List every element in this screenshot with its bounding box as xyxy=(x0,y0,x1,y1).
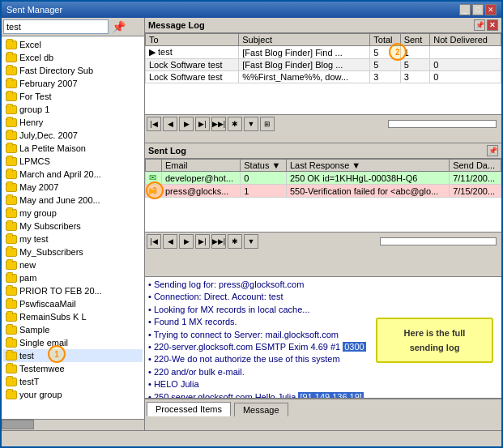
tree-item-new[interactable]: new xyxy=(3,258,143,271)
sent-filter-button[interactable]: ▼ xyxy=(244,234,258,249)
col-header-subject[interactable]: Subject xyxy=(239,34,370,46)
folder-icon xyxy=(5,91,18,102)
sent-last-button[interactable]: ▶▶| xyxy=(211,234,226,249)
tree-item-pam[interactable]: pam xyxy=(3,271,143,284)
tree-item-marchapr[interactable]: March and April 20... xyxy=(3,168,143,181)
pin-icon[interactable]: 📌 xyxy=(112,20,126,33)
tree-item-lapetite[interactable]: La Petite Maison xyxy=(3,142,143,155)
play-button[interactable]: ▶ xyxy=(179,117,194,131)
tree-item-remain[interactable]: RemainSubs K L xyxy=(3,310,143,323)
sent-log-table: Email Status ▼ Last Response ▼ Send Da..… xyxy=(145,159,501,198)
tree-item-group1[interactable]: group 1 xyxy=(3,103,143,116)
close-button[interactable]: ✕ xyxy=(485,4,497,15)
next-button[interactable]: ▶| xyxy=(195,117,210,131)
msg-to-3: Lock Software test xyxy=(146,71,239,83)
tree-item-yourgroup[interactable]: your group xyxy=(3,388,143,401)
message-log-toolbar: |◀ ◀ ▶ ▶| ▶▶| ✱ ▼ ⊞ xyxy=(145,114,501,133)
msg-total-3: 3 xyxy=(370,71,400,83)
folder-icon xyxy=(5,207,18,219)
msg-sent-2: 5 xyxy=(400,59,430,71)
message-log-close-button[interactable]: ✕ xyxy=(487,19,498,31)
sidebar-tree[interactable]: Excel Excel db Fast Directory Sub Februa… xyxy=(2,36,144,419)
star-button[interactable]: ✱ xyxy=(228,117,242,131)
message-log-table-container[interactable]: To Subject Total Sent Not Delivered ▶ te… xyxy=(145,33,501,114)
tree-item-julydec[interactable]: July,Dec. 2007 xyxy=(3,129,143,142)
tree-item-fortest[interactable]: For Test xyxy=(3,90,143,103)
sent-star-button[interactable]: ✱ xyxy=(228,234,242,249)
last-button[interactable]: ▶▶| xyxy=(211,117,226,131)
msg-to-1: ▶ test xyxy=(146,46,239,59)
sent-col-email2[interactable]: Email xyxy=(162,160,241,172)
sidebar-scrollbar[interactable] xyxy=(2,419,144,430)
tree-item-mytest[interactable]: my test xyxy=(3,233,143,245)
sent-log-table-container[interactable]: Email Status ▼ Last Response ▼ Send Da..… xyxy=(145,159,501,232)
tree-item-testt[interactable]: testT xyxy=(3,375,143,388)
sent-log-row-1[interactable]: ✉ developer@hot... 0 250 OK id=1KHHgL-00… xyxy=(146,172,501,185)
tree-item-lpmcs[interactable]: LPMCS xyxy=(3,155,143,168)
tree-item-singleemail[interactable]: Single email xyxy=(3,336,143,349)
msg-subject-1: [Fast Blog Finder] Find ... xyxy=(239,46,370,59)
col-header-sent[interactable]: Sent xyxy=(400,34,430,46)
tree-item-test[interactable]: test 1 xyxy=(3,349,143,362)
sent-prev-button[interactable]: ◀ xyxy=(163,234,177,249)
tree-item-sample[interactable]: Sample xyxy=(3,323,143,336)
status-bar xyxy=(2,430,501,446)
tree-item-mygroup[interactable]: my group xyxy=(3,207,143,220)
tree-item-feb2007[interactable]: February 2007 xyxy=(3,77,143,90)
title-bar-text: Sent Manager xyxy=(6,5,62,15)
tree-item-mayjune[interactable]: May and June 200... xyxy=(3,194,143,207)
tab-message[interactable]: Message xyxy=(234,403,288,416)
tree-item-henry[interactable]: Henry xyxy=(3,116,143,129)
folder-icon xyxy=(5,259,18,271)
sent-h-scrollbar[interactable] xyxy=(380,237,497,245)
log-line-2: • Connection: Direct. Account: test xyxy=(148,291,498,303)
search-input[interactable] xyxy=(3,19,109,34)
minimize-button[interactable]: _ xyxy=(459,4,471,15)
folder-icon xyxy=(5,65,18,76)
message-log-row-3[interactable]: Lock Software test %%First_Name%%, dow..… xyxy=(146,71,501,83)
col-header-notdelivered[interactable]: Not Delivered xyxy=(430,34,501,46)
sent-play-button[interactable]: ▶ xyxy=(179,234,194,249)
tree-item-priorfeb[interactable]: PRIOR TO FEB 20... xyxy=(3,284,143,297)
tree-item-my-subscribers2[interactable]: My_Subscribers xyxy=(3,245,143,258)
sent-log-toolbar: |◀ ◀ ▶ ▶| ▶▶| ✱ ▼ xyxy=(145,232,501,250)
h-scrollbar[interactable] xyxy=(388,120,497,128)
tree-item-fastdir[interactable]: Fast Directory Sub xyxy=(3,64,143,77)
right-panel: Message Log 📌 ✕ To Subject Total xyxy=(145,18,501,430)
sent-next-button[interactable]: ▶| xyxy=(195,234,210,249)
tree-item-testemwee[interactable]: Testemwee xyxy=(3,362,143,375)
sidebar: 📌 Excel Excel db Fast Directory Sub xyxy=(2,18,145,430)
sent-col-email[interactable] xyxy=(146,160,162,172)
sent-log-pin-button[interactable]: 📌 xyxy=(487,145,498,156)
sent-col-senddate[interactable]: Send Da... xyxy=(450,160,501,172)
maximize-button[interactable]: □ xyxy=(472,4,484,15)
title-bar: Sent Manager _ □ ✕ xyxy=(2,2,501,18)
sent-first-button[interactable]: |◀ xyxy=(147,234,161,249)
sent-status-1: 0 xyxy=(241,172,287,185)
callout-box: Here is the full sending log xyxy=(376,318,493,363)
main-window: Sent Manager _ □ ✕ 📌 Excel Excel db xyxy=(0,0,503,448)
message-log-pin-button[interactable]: 📌 xyxy=(474,19,485,31)
log-line-1: • Sending log for: press@glocksoft.com xyxy=(148,279,498,291)
tree-item-mysubs[interactable]: My Subscribers xyxy=(3,220,143,233)
sent-col-lastresponse[interactable]: Last Response ▼ xyxy=(286,160,449,172)
message-log-row-1[interactable]: ▶ test [Fast Blog Finder] Find ... 5 2 1 xyxy=(146,46,501,59)
folder-icon xyxy=(5,117,18,128)
filter-button[interactable]: ▼ xyxy=(244,117,258,131)
tree-item-may2007[interactable]: May 2007 xyxy=(3,181,143,194)
message-log-row-2[interactable]: Lock Software test [Fast Blog Finder] Bl… xyxy=(146,59,501,71)
col-header-to[interactable]: To xyxy=(146,34,239,46)
tree-item-pswf[interactable]: PswfiscaaMail xyxy=(3,297,143,310)
tab-processed-items[interactable]: Processed Items xyxy=(147,402,231,416)
grid-button[interactable]: ⊞ xyxy=(260,117,275,131)
sent-log-row-2[interactable]: ▶ 3 press@glocks... 1 550-Verification f… xyxy=(146,185,501,198)
sent-date-2: 7/15/200... xyxy=(450,185,501,198)
tree-item-exceldb[interactable]: Excel db xyxy=(3,51,143,64)
tree-item-excel[interactable]: Excel xyxy=(3,38,143,51)
folder-icon xyxy=(5,52,18,63)
prev-button[interactable]: ◀ xyxy=(163,117,177,131)
folder-icon xyxy=(5,104,18,115)
message-log-header: Message Log 📌 ✕ xyxy=(145,18,501,33)
first-button[interactable]: |◀ xyxy=(147,117,161,131)
sent-col-status[interactable]: Status ▼ xyxy=(241,160,287,172)
